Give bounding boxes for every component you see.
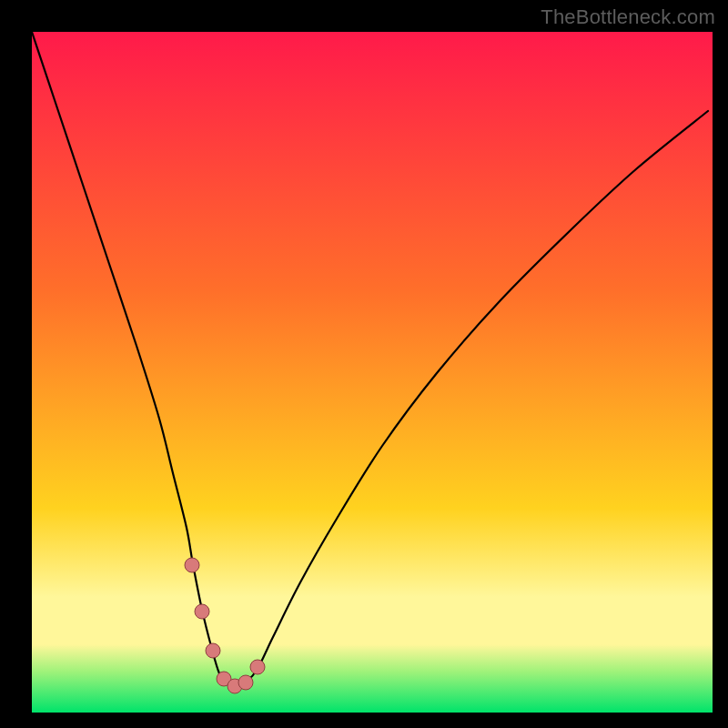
plot-area [32,32,713,713]
background-gradient [32,32,713,713]
chart-frame: TheBottleneck.com [0,0,728,728]
svg-rect-0 [32,32,713,713]
watermark-text: TheBottleneck.com [541,5,715,29]
